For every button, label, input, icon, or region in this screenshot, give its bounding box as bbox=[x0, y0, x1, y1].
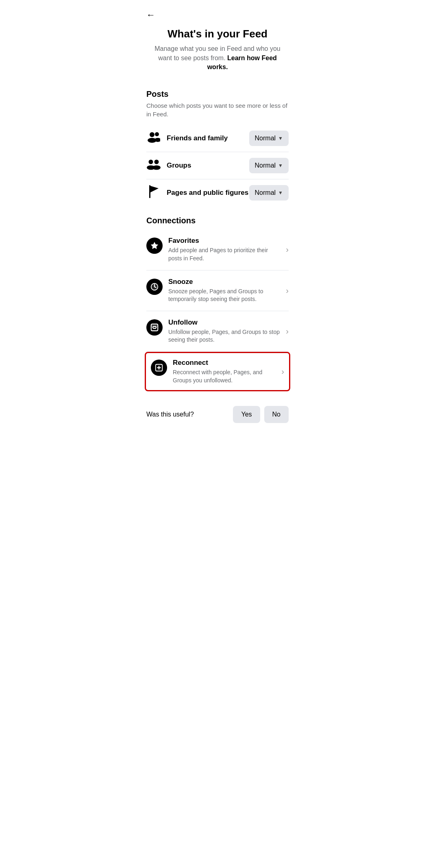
pages-dropdown-value: Normal bbox=[255, 189, 276, 196]
snooze-icon-wrap bbox=[146, 279, 163, 295]
svg-point-6 bbox=[154, 159, 159, 164]
pages-dropdown[interactable]: Normal ▼ bbox=[249, 185, 289, 201]
unfollow-text: Unfollow Unfollow people, Pages, and Gro… bbox=[168, 318, 283, 344]
connection-item-favorites[interactable]: Favorites Add people and Pages to priori… bbox=[146, 229, 289, 270]
friends-dropdown-arrow-icon: ▼ bbox=[278, 135, 283, 141]
friends-dropdown[interactable]: Normal ▼ bbox=[249, 131, 289, 146]
groups-dropdown-value: Normal bbox=[255, 162, 276, 169]
reconnect-title: Reconnect bbox=[173, 359, 278, 367]
connection-item-reconnect[interactable]: Reconnect Reconnect with people, Pages, … bbox=[145, 352, 290, 391]
svg-point-4 bbox=[149, 159, 153, 164]
groups-dropdown[interactable]: Normal ▼ bbox=[249, 158, 289, 173]
reconnect-icon bbox=[154, 363, 163, 372]
connection-item-reconnect-left: Reconnect Reconnect with people, Pages, … bbox=[151, 359, 278, 384]
favorites-chevron-icon: › bbox=[286, 245, 289, 254]
page-subtitle: Manage what you see in Feed and who you … bbox=[146, 44, 289, 72]
posts-section-desc: Choose which posts you want to see more … bbox=[146, 101, 289, 118]
posts-item-groups-left: Groups bbox=[146, 159, 191, 173]
star-icon bbox=[150, 241, 159, 250]
pages-label: Pages and public figures bbox=[167, 189, 248, 197]
groups-dropdown-arrow-icon: ▼ bbox=[278, 163, 283, 168]
favorites-desc: Add people and Pages to prioritize their… bbox=[168, 246, 283, 262]
svg-rect-18 bbox=[152, 325, 158, 326]
reconnect-chevron-icon: › bbox=[281, 367, 284, 376]
svg-point-0 bbox=[150, 132, 154, 137]
svg-rect-8 bbox=[149, 185, 150, 198]
snooze-text: Snooze Snooze people, Pages and Groups t… bbox=[168, 278, 283, 303]
favorites-title: Favorites bbox=[168, 237, 283, 245]
reconnect-desc: Reconnect with people, Pages, and Groups… bbox=[173, 369, 278, 384]
feedback-section: Was this useful? Yes No bbox=[138, 398, 297, 431]
page-title: What's in your Feed bbox=[146, 28, 289, 40]
feedback-buttons: Yes No bbox=[233, 406, 289, 423]
feedback-yes-button[interactable]: Yes bbox=[233, 406, 260, 423]
posts-item-friends-left: Friends and family bbox=[146, 131, 228, 146]
connections-section: Connections Favorites Add people and Pag… bbox=[138, 209, 297, 395]
posts-section: Posts Choose which posts you want to see… bbox=[138, 83, 297, 209]
groups-label: Groups bbox=[167, 161, 191, 170]
unfollow-icon-wrap bbox=[146, 319, 163, 336]
connection-item-unfollow-left: Unfollow Unfollow people, Pages, and Gro… bbox=[146, 318, 283, 344]
unfollow-title: Unfollow bbox=[168, 318, 283, 327]
svg-point-2 bbox=[155, 132, 159, 136]
back-button[interactable]: ← bbox=[146, 7, 155, 24]
posts-item-groups: Groups Normal ▼ bbox=[146, 152, 289, 179]
pages-icon bbox=[146, 185, 161, 201]
favorites-text: Favorites Add people and Pages to priori… bbox=[168, 237, 283, 262]
svg-point-7 bbox=[152, 165, 161, 170]
back-arrow-icon: ← bbox=[146, 10, 155, 20]
feedback-no-button[interactable]: No bbox=[264, 406, 289, 423]
favorites-icon-wrap bbox=[146, 238, 163, 254]
connections-section-title: Connections bbox=[146, 216, 289, 225]
unfollow-chevron-icon: › bbox=[286, 327, 289, 336]
friends-dropdown-value: Normal bbox=[255, 135, 276, 142]
groups-icon bbox=[146, 159, 161, 173]
connection-item-snooze-left: Snooze Snooze people, Pages and Groups t… bbox=[146, 278, 283, 303]
header: ← What's in your Feed Manage what you se… bbox=[138, 0, 297, 83]
unfollow-desc: Unfollow people, Pages, and Groups to st… bbox=[168, 328, 283, 344]
page-container: ← What's in your Feed Manage what you se… bbox=[138, 0, 297, 868]
posts-section-title: Posts bbox=[146, 89, 289, 99]
connection-item-snooze[interactable]: Snooze Snooze people, Pages and Groups t… bbox=[146, 270, 289, 311]
reconnect-text: Reconnect Reconnect with people, Pages, … bbox=[173, 359, 278, 384]
pages-dropdown-arrow-icon: ▼ bbox=[278, 190, 283, 196]
svg-marker-10 bbox=[151, 242, 158, 249]
posts-item-friends: Friends and family Normal ▼ bbox=[146, 125, 289, 152]
posts-item-pages-left: Pages and public figures bbox=[146, 185, 248, 201]
friends-label: Friends and family bbox=[167, 134, 228, 142]
clock-icon bbox=[150, 282, 159, 291]
svg-marker-9 bbox=[150, 186, 159, 192]
snooze-title: Snooze bbox=[168, 278, 283, 286]
connection-item-unfollow[interactable]: Unfollow Unfollow people, Pages, and Gro… bbox=[146, 311, 289, 352]
connection-item-favorites-left: Favorites Add people and Pages to priori… bbox=[146, 237, 283, 262]
snooze-chevron-icon: › bbox=[286, 286, 289, 295]
feedback-label: Was this useful? bbox=[146, 411, 194, 418]
unfollow-icon bbox=[150, 323, 159, 332]
friends-icon bbox=[146, 131, 161, 146]
posts-item-pages: Pages and public figures Normal ▼ bbox=[146, 179, 289, 206]
snooze-desc: Snooze people, Pages and Groups to tempo… bbox=[168, 288, 283, 303]
reconnect-icon-wrap bbox=[151, 360, 167, 376]
